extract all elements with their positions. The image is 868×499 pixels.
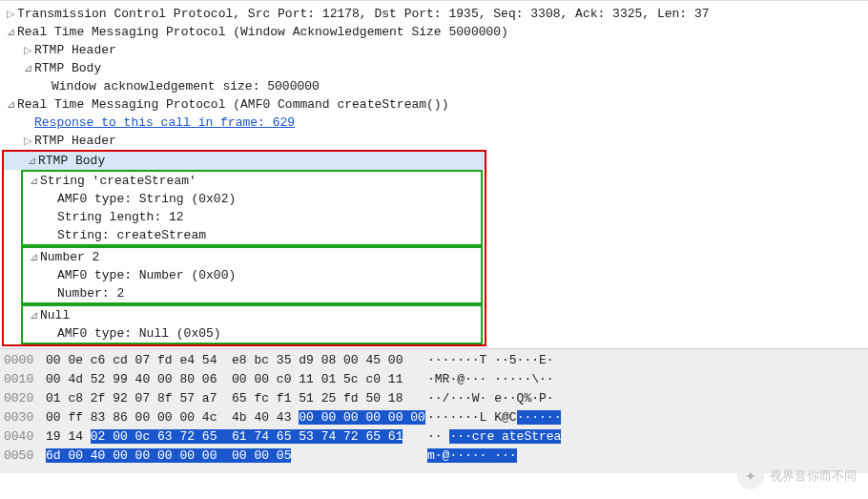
number-amftype: AMF0 type: Number (0x00) <box>57 266 236 284</box>
hex-bytes[interactable]: 00 ff 83 86 00 00 00 4c 4b 40 43 00 00 0… <box>46 408 427 427</box>
rtmp-win-title: Real Time Messaging Protocol (Window Ack… <box>17 23 508 41</box>
hex-ascii: ·MR·@··· ·····\·· <box>427 370 628 389</box>
rtmp-cmd-row[interactable]: ⊿ Real Time Messaging Protocol (AMF0 Com… <box>0 95 868 114</box>
amf-string-group: ⊿ String 'createStream' AMF0 type: Strin… <box>21 170 483 246</box>
arrow-right-icon: ▷ <box>4 5 17 23</box>
hex-offset: 0020 <box>4 389 46 408</box>
arrow-down-icon: ⊿ <box>25 152 38 170</box>
rtmp-body-title: RTMP Body <box>38 152 105 170</box>
null-amftype: AMF0 type: Null (0x05) <box>57 324 221 343</box>
hex-row[interactable]: 0010 00 4d 52 99 40 00 80 06 00 00 c0 11… <box>4 370 868 389</box>
string-amftype-row[interactable]: AMF0 type: String (0x02) <box>23 190 481 208</box>
hex-bytes[interactable]: 6d 00 40 00 00 00 00 00 00 00 05 <box>46 447 427 466</box>
string-length-row[interactable]: String length: 12 <box>23 208 481 226</box>
hex-row[interactable]: 0040 19 14 02 00 0c 63 72 65 61 74 65 53… <box>4 427 868 447</box>
hex-offset: 0000 <box>4 351 46 370</box>
hex-row[interactable]: 0020 01 c8 2f 92 07 8f 57 a7 65 fc f1 51… <box>4 389 868 408</box>
tcp-summary-row[interactable]: ▷ Transmission Control Protocol, Src Por… <box>0 5 868 23</box>
arrow-down-icon: ⊿ <box>27 172 40 190</box>
hex-selection: 02 00 0c 63 72 65 61 74 65 53 74 72 65 6… <box>91 429 403 444</box>
hex-ascii: m·@····· ··· <box>427 447 628 466</box>
rtmp-win-body-row[interactable]: ⊿ RTMP Body <box>0 59 868 77</box>
arrow-down-icon: ⊿ <box>4 95 17 114</box>
number-node-row[interactable]: ⊿ Number 2 <box>23 248 481 266</box>
hex-offset: 0040 <box>4 427 46 447</box>
null-node-row[interactable]: ⊿ Null <box>23 306 481 324</box>
hex-offset: 0010 <box>4 370 46 389</box>
wechat-icon: ✦ <box>737 463 764 473</box>
rtmp-win-body: RTMP Body <box>34 59 101 77</box>
hex-bytes[interactable]: 00 0e c6 cd 07 fd e4 54 e8 bc 35 d9 08 0… <box>46 351 427 370</box>
number-node-title: Number 2 <box>40 248 99 266</box>
highlighted-body-group: ⊿ RTMP Body ⊿ String 'createStream' AMF0… <box>2 150 486 346</box>
hex-ascii: ·······L K@C······ <box>427 408 628 427</box>
null-amftype-row[interactable]: AMF0 type: Null (0x05) <box>23 324 481 343</box>
hex-bytes[interactable]: 19 14 02 00 0c 63 72 65 61 74 65 53 74 7… <box>46 427 427 447</box>
hex-selection: 6d 00 40 00 00 00 00 00 00 00 05 <box>46 448 291 463</box>
rtmp-cmd-header: RTMP Header <box>34 132 116 150</box>
rtmp-body-row[interactable]: ⊿ RTMP Body <box>4 152 485 170</box>
amf-number-group: ⊿ Number 2 AMF0 type: Number (0x00) Numb… <box>21 246 483 304</box>
hex-ascii: ··/···W· e··Q%·P· <box>427 389 628 408</box>
string-node-title: String 'createStream' <box>40 172 196 190</box>
tcp-summary-text: Transmission Control Protocol, Src Port:… <box>17 5 710 23</box>
response-link[interactable]: Response to this call in frame: 629 <box>34 114 295 132</box>
hex-ascii: ·······T ··5···E· <box>427 351 628 370</box>
string-length: String length: 12 <box>57 208 184 226</box>
hex-offset: 0050 <box>4 447 46 466</box>
string-node-row[interactable]: ⊿ String 'createStream' <box>23 172 481 190</box>
string-amftype: AMF0 type: String (0x02) <box>57 190 236 208</box>
hex-dump-pane: 0000 00 0e c6 cd 07 fd e4 54 e8 bc 35 d9… <box>0 348 868 473</box>
hex-ascii: ·· ···cre ateStrea <box>427 427 628 447</box>
rtmp-win-row[interactable]: ⊿ Real Time Messaging Protocol (Window A… <box>0 23 868 41</box>
string-value-row[interactable]: String: createStream <box>23 226 481 244</box>
null-node-title: Null <box>40 306 70 324</box>
arrow-down-icon: ⊿ <box>27 248 40 266</box>
hex-selection: 00 00 00 00 00 00 <box>299 410 425 425</box>
hex-offset: 0030 <box>4 408 46 427</box>
response-link-row[interactable]: Response to this call in frame: 629 <box>0 114 868 132</box>
number-value-row[interactable]: Number: 2 <box>23 284 481 302</box>
hex-row[interactable]: 0000 00 0e c6 cd 07 fd e4 54 e8 bc 35 d9… <box>4 351 868 370</box>
rtmp-cmd-title: Real Time Messaging Protocol (AMF0 Comma… <box>17 95 448 114</box>
hex-bytes[interactable]: 01 c8 2f 92 07 8f 57 a7 65 fc f1 51 25 f… <box>46 389 427 408</box>
wack-row[interactable]: Window acknowledgement size: 5000000 <box>0 77 868 95</box>
string-value: String: createStream <box>57 226 206 244</box>
arrow-down-icon: ⊿ <box>4 23 17 41</box>
number-amftype-row[interactable]: AMF0 type: Number (0x00) <box>23 266 481 284</box>
packet-details-pane: ▷ Transmission Control Protocol, Src Por… <box>0 0 868 348</box>
amf-null-group: ⊿ Null AMF0 type: Null (0x05) <box>21 304 483 344</box>
watermark: ✦ 视界音你而不同 <box>737 463 857 473</box>
number-value: Number: 2 <box>57 284 124 302</box>
wack-text: Window acknowledgement size: 5000000 <box>52 77 320 95</box>
arrow-right-icon: ▷ <box>21 41 34 59</box>
watermark-text: 视界音你而不同 <box>770 468 857 473</box>
rtmp-cmd-header-row[interactable]: ▷ RTMP Header <box>0 132 868 150</box>
hex-bytes[interactable]: 00 4d 52 99 40 00 80 06 00 00 c0 11 01 5… <box>46 370 427 389</box>
arrow-down-icon: ⊿ <box>21 59 34 77</box>
hex-row[interactable]: 0030 00 ff 83 86 00 00 00 4c 4b 40 43 00… <box>4 408 868 427</box>
rtmp-win-header-row[interactable]: ▷ RTMP Header <box>0 41 868 59</box>
arrow-down-icon: ⊿ <box>27 306 40 324</box>
rtmp-win-header: RTMP Header <box>34 41 116 59</box>
arrow-right-icon: ▷ <box>21 132 34 150</box>
